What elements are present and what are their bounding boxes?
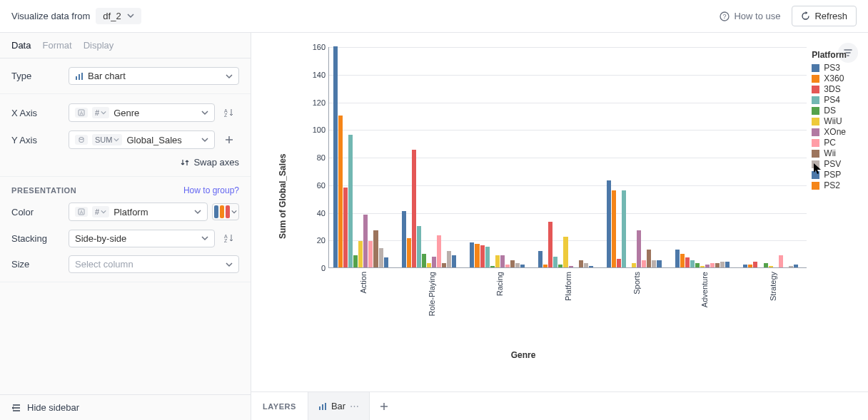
bar[interactable] [642,260,646,267]
bar[interactable] [579,260,583,267]
bar[interactable] [680,254,685,267]
bar[interactable] [427,263,431,267]
bar[interactable] [422,254,426,267]
size-column-select[interactable]: Select column [69,255,239,273]
layer-tab-bar[interactable]: Bar ⋯ [308,392,370,420]
bar[interactable] [675,250,680,267]
yaxis-field-select[interactable]: SUM Global_Sales [69,130,215,149]
bar[interactable] [470,242,474,267]
stacking-select[interactable]: Side-by-side [69,230,215,247]
bar[interactable] [495,255,500,267]
dataframe-select[interactable]: df_2 [96,8,141,24]
bar[interactable] [475,244,479,267]
legend-item[interactable]: DS [812,106,847,116]
bar[interactable] [490,266,495,267]
bar[interactable] [343,188,348,267]
bar[interactable] [617,259,621,267]
legend-item[interactable]: WiiU [812,116,847,126]
bar[interactable] [538,251,542,267]
bar[interactable] [764,263,768,267]
bar[interactable] [379,248,383,267]
bar[interactable] [442,263,446,267]
bar[interactable] [607,180,611,267]
chart-type-select[interactable]: Bar chart [69,67,239,85]
bar[interactable] [353,255,358,267]
bar[interactable] [632,263,636,267]
legend-item[interactable]: PSV [812,159,847,169]
legend-item[interactable]: XOne [812,127,847,137]
bar[interactable] [558,265,562,267]
how-to-group-link[interactable]: How to group? [183,185,239,195]
bar[interactable] [412,150,416,267]
bar[interactable] [589,266,593,267]
bar[interactable] [553,257,557,268]
color-palette-button[interactable] [212,203,239,220]
more-icon[interactable]: ⋯ [350,401,359,411]
bar[interactable] [520,265,525,267]
bar[interactable] [452,255,456,267]
bar[interactable] [480,245,485,267]
bar[interactable] [725,262,730,267]
bar[interactable] [705,265,710,267]
tab-display[interactable]: Display [84,40,114,51]
bar[interactable] [437,235,441,267]
legend-item[interactable]: X360 [812,73,847,83]
bar[interactable] [700,266,705,267]
bar[interactable] [779,255,783,267]
bar[interactable] [447,251,451,267]
bar[interactable] [432,257,436,268]
bar[interactable] [637,230,641,267]
swap-axes-button[interactable]: Swap axes [11,157,239,168]
tab-format[interactable]: Format [42,40,71,51]
bar[interactable] [543,265,547,267]
bar[interactable] [715,263,720,267]
bar[interactable] [505,265,510,267]
add-yaxis-button[interactable] [219,130,239,150]
bar[interactable] [485,247,490,267]
bar[interactable] [748,265,752,267]
bar[interactable] [373,230,378,267]
bar[interactable] [402,211,406,267]
bar[interactable] [368,241,373,267]
bar[interactable] [407,238,411,267]
bar[interactable] [743,265,747,267]
bar[interactable] [569,266,573,267]
type-code-pill[interactable]: # [92,107,109,118]
bar[interactable] [657,260,661,267]
sort-az-button[interactable]: AZ [219,103,239,123]
xaxis-field-select[interactable]: A # Genre [69,103,215,122]
bar[interactable] [769,266,773,267]
bar[interactable] [710,263,715,267]
refresh-button[interactable]: Refresh [792,6,857,26]
bar[interactable] [333,46,338,267]
hide-sidebar-button[interactable]: Hide sidebar [0,394,251,420]
bar[interactable] [652,260,656,267]
legend-item[interactable]: PC [812,138,847,148]
sort-az-button[interactable]: AZ [219,228,239,248]
bar[interactable] [647,250,651,267]
bar[interactable] [358,241,363,267]
bar[interactable] [622,190,626,268]
bar[interactable] [612,190,616,268]
legend-item[interactable]: Wii [812,148,847,158]
bar[interactable] [685,257,690,267]
bar[interactable] [548,222,552,267]
legend-item[interactable]: PS2 [812,180,847,190]
legend-item[interactable]: PS4 [812,95,847,105]
bar[interactable] [510,260,515,267]
bar[interactable] [417,226,421,267]
type-code-pill[interactable]: # [92,206,109,217]
bar[interactable] [338,116,343,267]
agg-pill[interactable]: SUM [92,134,122,145]
bar[interactable] [384,257,388,267]
bar[interactable] [584,263,588,267]
bar[interactable] [789,266,793,267]
tab-data[interactable]: Data [11,40,31,51]
bar[interactable] [348,135,353,267]
color-field-select[interactable]: A # Platform [69,203,208,221]
legend-item[interactable]: PSP [812,170,847,180]
bar[interactable] [794,265,798,267]
legend-item[interactable]: PS3 [812,63,847,73]
bar[interactable] [720,262,725,267]
bar[interactable] [753,262,757,267]
